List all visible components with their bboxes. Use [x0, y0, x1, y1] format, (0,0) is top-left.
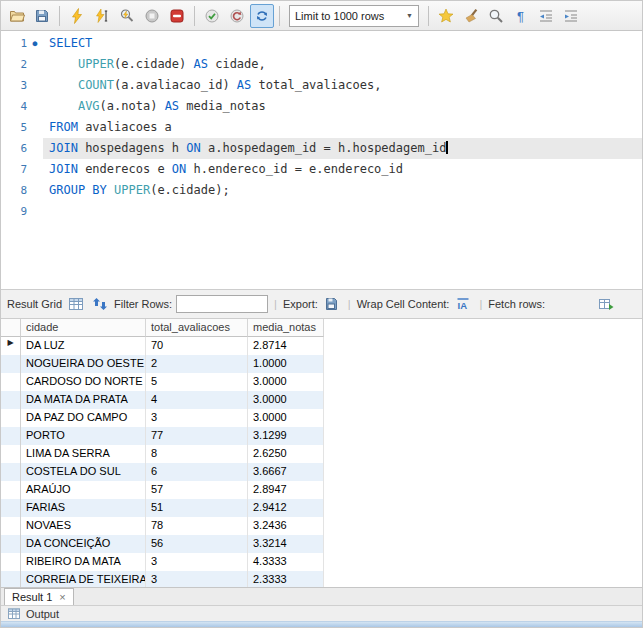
table-cell[interactable]: LIMA DA SERRA: [21, 445, 146, 463]
table-cell[interactable]: RIBEIRO DA MATA: [21, 553, 146, 571]
table-cell[interactable]: ARAÚJO: [21, 481, 146, 499]
editor-line[interactable]: 7JOIN enderecos e ON h.endereco_id = e.e…: [1, 159, 642, 180]
close-icon[interactable]: ×: [59, 592, 65, 603]
table-cell[interactable]: 56: [146, 535, 248, 553]
table-cell[interactable]: 2.6250: [248, 445, 324, 463]
grid-view-button[interactable]: [66, 294, 86, 314]
code-line[interactable]: JOIN hospedagens h ON a.hospedagem_id = …: [43, 138, 642, 159]
table-cell[interactable]: PORTO: [21, 427, 146, 445]
column-header-total_avaliacoes[interactable]: total_avaliacoes: [146, 319, 248, 337]
column-header-media_notas[interactable]: media_notas: [248, 319, 324, 337]
editor-line[interactable]: 1●SELECT: [1, 33, 642, 54]
find-button[interactable]: [484, 4, 508, 28]
table-cell[interactable]: NOVAES: [21, 517, 146, 535]
table-row[interactable]: CORREIA DE TEIXEIRA32.3333: [1, 571, 642, 587]
table-row[interactable]: DA CONCEIÇÃO563.3214: [1, 535, 642, 553]
editor-line[interactable]: 4 AVG(a.nota) AS media_notas: [1, 96, 642, 117]
table-cell[interactable]: DA LUZ: [21, 337, 146, 355]
table-cell[interactable]: 5: [146, 373, 248, 391]
fetch-rows-button[interactable]: [596, 294, 616, 314]
table-cell[interactable]: CARDOSO DO NORTE: [21, 373, 146, 391]
editor-line[interactable]: 8GROUP BY UPPER(e.cidade);: [1, 180, 642, 201]
toggle-autocommit-button[interactable]: [250, 4, 274, 28]
table-cell[interactable]: 8: [146, 445, 248, 463]
table-row[interactable]: ARAÚJO572.8947: [1, 481, 642, 499]
stop-on-error-button[interactable]: [165, 4, 189, 28]
execute-current-button[interactable]: [90, 4, 114, 28]
table-row[interactable]: LIMA DA SERRA82.6250: [1, 445, 642, 463]
code-line[interactable]: GROUP BY UPPER(e.cidade);: [43, 180, 642, 201]
table-cell[interactable]: CORREIA DE TEIXEIRA: [21, 571, 146, 587]
column-header-cidade[interactable]: cidade: [21, 319, 146, 337]
wrap-cell-button[interactable]: IA: [453, 294, 473, 314]
refresh-button[interactable]: [90, 294, 110, 314]
table-cell[interactable]: 3.3214: [248, 535, 324, 553]
table-cell[interactable]: 3.1299: [248, 427, 324, 445]
open-script-button[interactable]: [5, 4, 29, 28]
table-cell[interactable]: 57: [146, 481, 248, 499]
bottom-scrollbar[interactable]: [1, 621, 642, 627]
editor-line[interactable]: 9: [1, 201, 642, 222]
execute-button[interactable]: [65, 4, 89, 28]
export-button[interactable]: [322, 294, 342, 314]
table-cell[interactable]: 6: [146, 463, 248, 481]
output-panel-header[interactable]: Output: [1, 605, 642, 621]
table-cell[interactable]: DA PAZ DO CAMPO: [21, 409, 146, 427]
table-row[interactable]: DA PAZ DO CAMPO33.0000: [1, 409, 642, 427]
table-cell[interactable]: 2.9412: [248, 499, 324, 517]
table-cell[interactable]: 3.2436: [248, 517, 324, 535]
explain-button[interactable]: [115, 4, 139, 28]
table-cell[interactable]: 3: [146, 571, 248, 587]
code-line[interactable]: SELECT: [43, 33, 642, 54]
table-cell[interactable]: 3.0000: [248, 409, 324, 427]
code-line[interactable]: FROM avaliacoes a: [43, 117, 642, 138]
table-cell[interactable]: DA MATA DA PRATA: [21, 391, 146, 409]
outdent-button[interactable]: [534, 4, 558, 28]
stop-button[interactable]: [140, 4, 164, 28]
rollback-button[interactable]: [225, 4, 249, 28]
editor-line[interactable]: 2 UPPER(e.cidade) AS cidade,: [1, 54, 642, 75]
table-cell[interactable]: 2.8947: [248, 481, 324, 499]
table-cell[interactable]: DA CONCEIÇÃO: [21, 535, 146, 553]
invisibles-button[interactable]: ¶: [509, 4, 533, 28]
table-cell[interactable]: 51: [146, 499, 248, 517]
code-line[interactable]: [43, 201, 642, 222]
save-snippet-button[interactable]: [434, 4, 458, 28]
table-cell[interactable]: 77: [146, 427, 248, 445]
editor-line[interactable]: 5FROM avaliacoes a: [1, 117, 642, 138]
save-script-button[interactable]: [30, 4, 54, 28]
table-row[interactable]: FARIAS512.9412: [1, 499, 642, 517]
limit-rows-dropdown[interactable]: Limit to 1000 rows ▼: [289, 5, 419, 27]
table-row[interactable]: COSTELA DO SUL63.6667: [1, 463, 642, 481]
table-cell[interactable]: 70: [146, 337, 248, 355]
table-row[interactable]: CARDOSO DO NORTE53.0000: [1, 373, 642, 391]
editor-line[interactable]: 3 COUNT(a.avaliacao_id) AS total_avaliac…: [1, 75, 642, 96]
table-cell[interactable]: 3.0000: [248, 391, 324, 409]
commit-button[interactable]: [200, 4, 224, 28]
table-cell[interactable]: NOGUEIRA DO OESTE: [21, 355, 146, 373]
table-cell[interactable]: 2.3333: [248, 571, 324, 587]
table-cell[interactable]: 4.3333: [248, 553, 324, 571]
sql-editor[interactable]: 1●SELECT2 UPPER(e.cidade) AS cidade,3 CO…: [1, 31, 642, 289]
table-row[interactable]: NOVAES783.2436: [1, 517, 642, 535]
table-cell[interactable]: COSTELA DO SUL: [21, 463, 146, 481]
table-cell[interactable]: FARIAS: [21, 499, 146, 517]
table-cell[interactable]: 4: [146, 391, 248, 409]
table-row[interactable]: NOGUEIRA DO OESTE21.0000: [1, 355, 642, 373]
code-line[interactable]: JOIN enderecos e ON h.endereco_id = e.en…: [43, 159, 642, 180]
table-cell[interactable]: 3.6667: [248, 463, 324, 481]
code-line[interactable]: COUNT(a.avaliacao_id) AS total_avaliacoe…: [43, 75, 642, 96]
tab-result-1[interactable]: Result 1 ×: [4, 588, 74, 605]
table-row[interactable]: ▶DA LUZ702.8714: [1, 337, 642, 355]
table-cell[interactable]: 2.8714: [248, 337, 324, 355]
code-line[interactable]: UPPER(e.cidade) AS cidade,: [43, 54, 642, 75]
beautify-button[interactable]: [459, 4, 483, 28]
table-cell[interactable]: 2: [146, 355, 248, 373]
table-cell[interactable]: 3: [146, 553, 248, 571]
table-row[interactable]: RIBEIRO DA MATA34.3333: [1, 553, 642, 571]
filter-rows-input[interactable]: [176, 295, 268, 313]
table-row[interactable]: DA MATA DA PRATA43.0000: [1, 391, 642, 409]
table-cell[interactable]: 1.0000: [248, 355, 324, 373]
code-line[interactable]: AVG(a.nota) AS media_notas: [43, 96, 642, 117]
table-row[interactable]: PORTO773.1299: [1, 427, 642, 445]
